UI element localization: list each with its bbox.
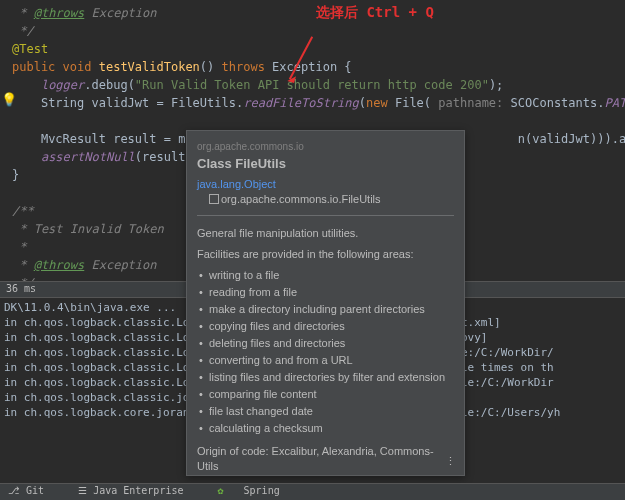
doc-origin: Origin of code: Excalibur, Alexandria, C… [197,444,454,474]
code-line: String validJwt = FileUtils.readFileToSt… [12,94,625,112]
annotation-label: 选择后 Ctrl + Q [316,4,434,22]
doc-bullet: listing files and directories by filter … [197,370,454,385]
doc-description: Facilities are provided in the following… [197,247,454,262]
status-spring[interactable]: ✿ Spring [218,485,294,496]
code-line [12,112,625,130]
doc-bullet: deleting files and directories [197,336,454,351]
doc-class-path: org.apache.commons.io.FileUtils [209,192,454,207]
status-git[interactable]: ⎇ Git [8,485,58,496]
doc-package: org.apache.commons.io [197,139,454,154]
code-line: @Test [12,40,625,58]
intention-bulb-icon[interactable]: 💡 [1,92,17,107]
code-line: public void testValidToken() throws Exce… [12,58,625,76]
code-line: logger.debug("Run Valid Token API should… [12,76,625,94]
status-bar: ⎇ Git ☰ Java Enterprise ✿ Spring [0,483,625,500]
doc-bullet: calculating a checksum [197,421,454,436]
doc-bullet: writing to a file [197,268,454,283]
doc-class-title: Class FileUtils [197,156,454,171]
code-line: */ [12,22,625,40]
doc-bullet: reading from a file [197,285,454,300]
status-java-enterprise[interactable]: ☰ Java Enterprise [78,485,197,496]
doc-divider [197,215,454,216]
more-icon[interactable]: ⋮ [445,454,456,469]
doc-bullet: make a directory including parent direct… [197,302,454,317]
doc-bullet: converting to and from a URL [197,353,454,368]
doc-bullet: file last changed date [197,404,454,419]
doc-bullet: comparing file content [197,387,454,402]
class-icon [209,194,219,204]
quick-doc-popup[interactable]: org.apache.commons.io Class FileUtils ja… [186,130,465,476]
doc-superclass-link[interactable]: java.lang.Object [197,178,276,190]
doc-feature-list: writing to a filereading from a filemake… [197,268,454,436]
doc-bullet: copying files and directories [197,319,454,334]
doc-description: General file manipulation utilities. [197,226,454,241]
